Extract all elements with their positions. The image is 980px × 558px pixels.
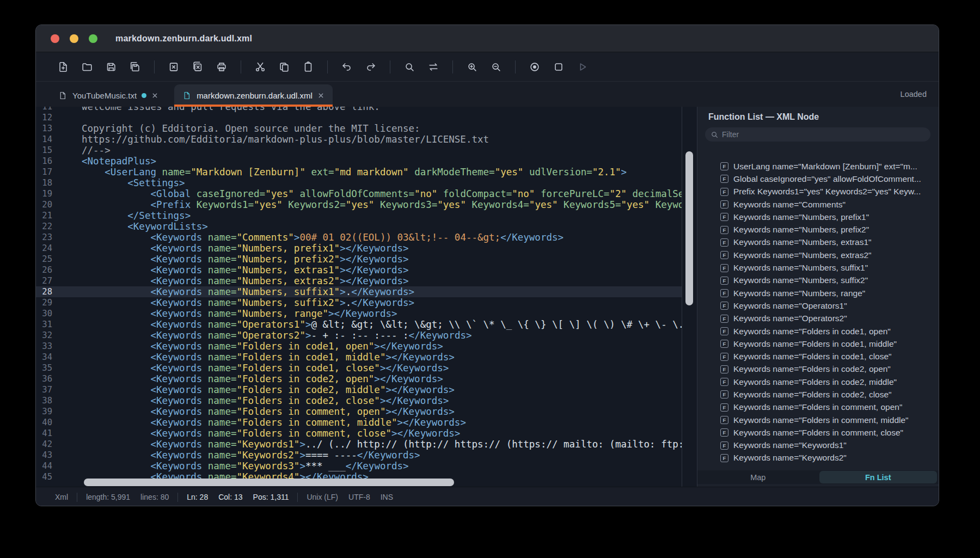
code-line: 32 <Keywords name="Operators2">- + :- :-… <box>36 330 682 341</box>
function-list-item[interactable]: FKeywords name="Folders in code2, open" <box>697 363 939 376</box>
function-list-item[interactable]: FKeywords name="Folders in comment, clos… <box>697 426 939 439</box>
function-list-item[interactable]: FKeywords name="Numbers, suffix1" <box>697 261 939 274</box>
function-icon: F <box>720 378 728 386</box>
map-button[interactable]: Map <box>699 471 817 483</box>
function-icon: F <box>720 200 728 209</box>
tab-1[interactable]: YouTubeMusic.txt <box>50 84 167 107</box>
function-icon: F <box>720 251 728 259</box>
function-list-item[interactable]: FKeywords name="Folders in code1, open" <box>697 325 939 338</box>
function-icon: F <box>720 327 728 335</box>
function-list-item-label: Keywords name="Operators1" <box>733 301 847 311</box>
code-text: <Keywords name="Keywords2">==== ----</Ke… <box>52 450 420 461</box>
undo-button[interactable] <box>338 58 356 76</box>
code-text: <Keywords name="Folders in code1, close"… <box>52 363 449 373</box>
minimize-window-button[interactable] <box>70 34 78 43</box>
line-number: 32 <box>36 330 52 340</box>
function-list-item[interactable]: FKeywords name="Keywords1" <box>697 439 939 452</box>
line-number: 26 <box>36 265 52 275</box>
close-window-button[interactable] <box>51 34 59 43</box>
function-list-item[interactable]: FKeywords name="Folders in code2, close" <box>697 388 939 401</box>
function-list-item[interactable]: FKeywords name="Folders in comment, open… <box>697 401 939 414</box>
function-list-item[interactable]: FPrefix Keywords1="yes" Keywords2="yes" … <box>697 186 939 198</box>
paste-button[interactable] <box>299 58 317 76</box>
record-macro-button[interactable] <box>525 58 544 76</box>
function-list-item-label: Keywords name="Folders in code2, middle" <box>733 377 897 387</box>
toolbar-separator <box>452 60 453 73</box>
save-all-button[interactable] <box>126 58 144 76</box>
stop-macro-button[interactable] <box>549 58 568 76</box>
function-list-item[interactable]: FKeywords name="Folders in code2, middle… <box>697 376 939 388</box>
code-line: 25 <Keywords name="Numbers, prefix2"></K… <box>36 254 682 265</box>
file-icon <box>58 91 68 100</box>
zoom-in-button[interactable] <box>463 58 481 76</box>
open-folder-icon <box>81 61 93 73</box>
line-number: 36 <box>36 374 52 384</box>
editor[interactable]: 11welcome issues and pull requests via t… <box>36 107 697 487</box>
stop-macro-icon <box>553 61 565 73</box>
fn-list-button[interactable]: Fn List <box>819 471 938 483</box>
close-all-documents-button[interactable] <box>188 58 207 76</box>
function-list-item[interactable]: FKeywords name="Numbers, range" <box>697 287 939 299</box>
function-list-panel: Function List — XML Node FUserLang name=… <box>697 107 939 487</box>
function-list-item-label: Keywords name="Folders in code2, close" <box>733 390 892 400</box>
replace-button[interactable] <box>424 58 443 76</box>
zoom-out-button[interactable] <box>487 58 505 76</box>
code-text: //--> <box>52 145 111 156</box>
function-icon: F <box>720 226 728 234</box>
close-tab-button[interactable] <box>151 92 158 99</box>
function-list: FUserLang name="Markdown [Zenburn]" ext=… <box>697 160 939 465</box>
function-icon: F <box>720 340 728 348</box>
redo-button[interactable] <box>362 58 380 76</box>
function-list-item[interactable]: FKeywords name="Numbers, prefix2" <box>697 223 939 236</box>
horizontal-scrollbar-thumb[interactable] <box>84 479 454 486</box>
line-number: 24 <box>36 243 52 253</box>
close-document-button[interactable] <box>164 58 183 76</box>
line-number: 15 <box>36 145 52 155</box>
function-icon: F <box>720 213 728 221</box>
filter-input[interactable] <box>719 130 930 139</box>
function-list-item-label: Keywords name="Operators2" <box>733 314 847 323</box>
function-list-item[interactable]: FKeywords name="Operators1" <box>697 299 939 312</box>
status-item: Ln: 28 <box>187 493 208 501</box>
code-text: <KeywordLists> <box>52 221 208 232</box>
code-text: <UserLang name="Markdown [Zenburn]" ext=… <box>52 167 627 177</box>
play-macro-button[interactable] <box>573 58 592 76</box>
function-list-item[interactable]: FKeywords name="Folders in code1, close" <box>697 350 939 363</box>
function-list-item[interactable]: FKeywords name="Numbers, extras1" <box>697 236 939 249</box>
code-text: <Keywords name="Folders in code1, open">… <box>52 341 443 352</box>
function-list-item[interactable]: FKeywords name="Numbers, extras2" <box>697 249 939 261</box>
line-number: 37 <box>36 385 52 395</box>
function-list-item[interactable]: FUserLang name="Markdown [Zenburn]" ext=… <box>697 160 939 173</box>
save-all-icon <box>129 61 141 73</box>
cut-icon <box>254 61 266 73</box>
zoom-window-button[interactable] <box>89 34 97 43</box>
function-list-item[interactable]: FKeywords name="Folders in comment, midd… <box>697 414 939 426</box>
function-list-item[interactable]: FKeywords name="Folders in code1, middle… <box>697 338 939 350</box>
function-list-item[interactable]: FKeywords name="Comments" <box>697 198 939 211</box>
line-number: 42 <box>36 439 52 449</box>
code-lines: 11welcome issues and pull requests via t… <box>36 107 682 487</box>
status-item: Unix (LF) <box>307 493 338 501</box>
copy-button[interactable] <box>275 58 293 76</box>
find-button[interactable] <box>400 58 419 76</box>
function-list-item[interactable]: FKeywords name="Numbers, prefix1" <box>697 211 939 223</box>
new-file-button[interactable] <box>54 58 72 76</box>
function-list-item[interactable]: FKeywords name="Operators2" <box>697 312 939 325</box>
close-tab-button[interactable] <box>317 92 324 99</box>
print-button[interactable] <box>212 58 231 76</box>
vertical-scrollbar-thumb[interactable] <box>685 151 693 305</box>
tab-bar: YouTubeMusic.txtmarkdown.zenburn.dark.ud… <box>36 81 939 107</box>
function-list-item[interactable]: FGlobal caseIgnored="yes" allowFoldOfCom… <box>697 173 939 185</box>
code-line: 36 <Keywords name="Folders in code2, ope… <box>36 373 682 384</box>
titlebar[interactable]: markdown.zenburn.dark.udl.xml <box>36 25 939 52</box>
cut-button[interactable] <box>251 58 270 76</box>
main-area: 11welcome issues and pull requests via t… <box>36 107 939 487</box>
save-button[interactable] <box>102 58 120 76</box>
line-number: 35 <box>36 363 52 373</box>
function-list-item[interactable]: FKeywords name="Keywords2" <box>697 452 939 464</box>
code-text: <Keywords name="Folders in code2, open">… <box>52 373 443 384</box>
function-list-item[interactable]: FKeywords name="Numbers, suffix2" <box>697 274 939 287</box>
tab-2[interactable]: markdown.zenburn.dark.udl.xml <box>174 84 333 107</box>
open-folder-button[interactable] <box>78 58 96 76</box>
code-line: 18 <Settings> <box>36 177 682 188</box>
